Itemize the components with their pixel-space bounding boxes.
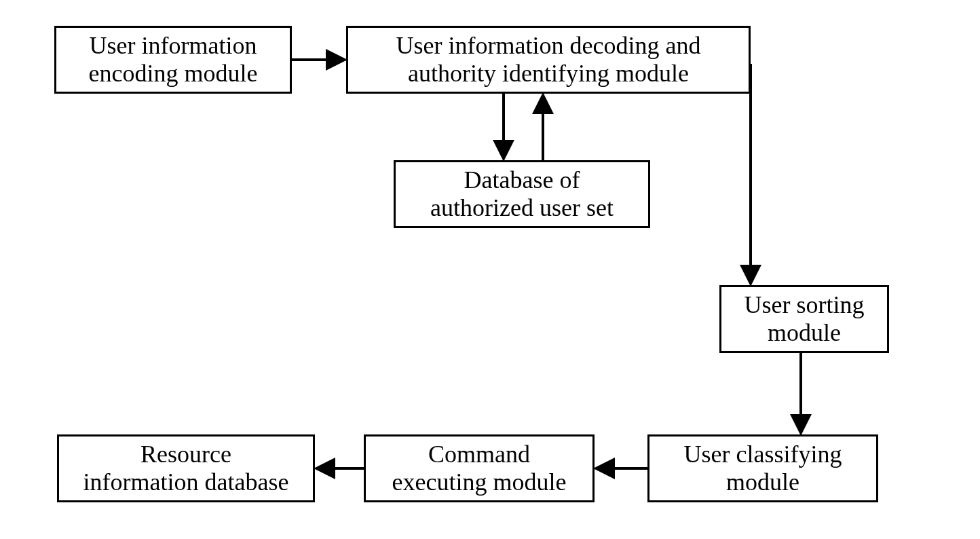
box-classifying: User classifying module	[647, 434, 878, 502]
box-sorting: User sorting module	[719, 285, 889, 353]
box-database-label: Database of authorized user set	[430, 166, 614, 223]
box-command-label: Command executing module	[392, 441, 567, 497]
box-database: Database of authorized user set	[394, 160, 650, 228]
box-resource: Resource information database	[57, 434, 315, 502]
box-decoding-label: User information decoding and authority …	[396, 32, 701, 88]
box-sorting-label: User sorting module	[745, 291, 865, 348]
box-resource-label: Resource information database	[83, 441, 289, 497]
diagram-stage: User information encoding module User in…	[0, 0, 980, 539]
box-command: Command executing module	[364, 434, 595, 502]
box-decoding: User information decoding and authority …	[346, 26, 751, 94]
box-classifying-label: User classifying module	[684, 441, 842, 497]
box-encoding: User information encoding module	[54, 26, 292, 94]
box-encoding-label: User information encoding module	[89, 32, 258, 88]
